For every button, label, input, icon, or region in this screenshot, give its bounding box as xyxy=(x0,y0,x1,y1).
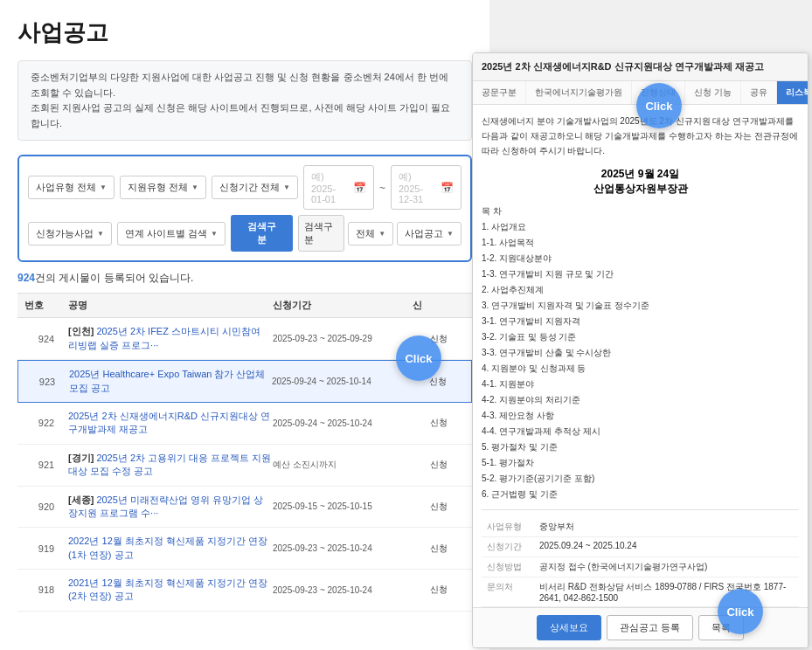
chevron-down-icon: ▼ xyxy=(97,230,104,238)
row-num: 920 xyxy=(24,501,68,512)
info-value: 중앙부처 xyxy=(534,517,799,537)
info-row: 사업유형 중앙부처 xyxy=(482,517,799,537)
detail-tab[interactable]: 리스북스신청 xyxy=(777,81,809,104)
detail-body: 신재생에너지 분야 기술개발사업의 2025년도 2차 신규지원 대상 연구개발… xyxy=(473,105,808,607)
table-row[interactable]: 919 2022년 12월 최초지정 혁신제품 지정기간 연장(1차 연장) 공… xyxy=(17,528,472,570)
table-row[interactable]: 921 [경기] 2025년 2차 고용위기 대응 프로젝트 지원 대상 모집 … xyxy=(17,445,472,487)
detail-toc: 목 차1. 사업개요1-1. 사업목적1-2. 지원대상분야1-3. 연구개발비… xyxy=(482,204,799,502)
date-separator: ~ xyxy=(379,182,385,194)
info-value: 2025.09.24 ~ 2025.10.24 xyxy=(534,537,799,557)
row-period: 2025-09-24 ~ 2025-10-14 xyxy=(272,377,412,386)
support-type-select[interactable]: 지원유형 전체 ▼ xyxy=(120,176,206,199)
date-start-input[interactable]: 예) 2025-01-01 📅 xyxy=(303,165,374,210)
filter-row-1: 사업유형 전체 ▼ 지원유형 전체 ▼ 신청기간 전체 ▼ 예) 2025-01… xyxy=(28,165,462,210)
row-period: 2025-09-23 ~ 2025-09-29 xyxy=(273,334,413,343)
toc-item: 4-2. 지원분야의 처리기준 xyxy=(482,392,799,408)
toc-item: 4. 지원분야 및 신청과제 등 xyxy=(482,361,799,377)
business-type-select[interactable]: 사업유형 전체 ▼ xyxy=(28,176,115,199)
click-button-3[interactable]: Click xyxy=(718,589,763,634)
click-button-1[interactable]: Click xyxy=(636,83,682,128)
row-title: 2025년 Healthcare+ Expo Taiwan 참가 산업체 모집 … xyxy=(69,368,272,395)
main-panel: 사업공고 중소벤처기업부의 다양한 지원사업에 대한 사업공고 진행 및 신청 … xyxy=(0,0,489,650)
calendar-icon: 📅 xyxy=(441,182,454,194)
filter-section: 사업유형 전체 ▼ 지원유형 전체 ▼ 신청기간 전체 ▼ 예) 2025-01… xyxy=(17,155,472,262)
row-num: 924 xyxy=(24,334,68,344)
date-placeholder-end: 예) 2025-12-31 xyxy=(399,170,437,204)
toc-item: 1-2. 지원대상분야 xyxy=(482,251,799,266)
row-status: 신청 xyxy=(413,417,465,429)
row-period: 2025-09-24 ~ 2025-10-24 xyxy=(273,418,413,428)
info-line2: 조회된 지원사업 공고의 실제 신청은 해당 사이트에서 진행되므로, 사전에 … xyxy=(31,100,459,131)
info-label: 신청기간 xyxy=(482,537,534,557)
table-header: 번호 공명 신청기간 신 xyxy=(17,293,472,318)
chevron-down-icon: ▼ xyxy=(378,230,385,238)
row-status: 신청 xyxy=(413,584,465,596)
toc-item: 4-4. 연구개발과제 추적상 제시 xyxy=(482,424,799,439)
search-option-group: 검색구분 전체 ▼ 사업공고 ▼ xyxy=(298,215,462,252)
detail-tab[interactable]: 공문구분 xyxy=(473,81,526,104)
detail-tab[interactable]: 신청 기능 xyxy=(685,81,741,104)
row-title: 2022년 12월 최초지정 혁신제품 지정기간 연장(1차 연장) 공고 xyxy=(68,535,273,562)
table-row[interactable]: 920 [세종] 2025년 미래전략산업 영위 유망기업 상장지원 프로그램 … xyxy=(17,487,472,529)
toc-item: 1. 사업개요 xyxy=(482,219,799,235)
detail-panel: 2025년 2차 신재생에너지R&D 신규지원대상 연구개발과제 재공고 공문구… xyxy=(472,52,809,648)
row-num: 923 xyxy=(25,377,69,387)
toc-item: 3-2. 기술표 및 등성 기준 xyxy=(482,329,799,345)
detail-divider xyxy=(482,509,799,510)
row-period: 2025-09-15 ~ 2025-10-15 xyxy=(273,501,413,511)
toc-item: 2. 사업추진체계 xyxy=(482,282,799,298)
chevron-down-icon: ▼ xyxy=(191,183,198,191)
date-end-input[interactable]: 예) 2025-12-31 📅 xyxy=(391,165,462,210)
row-status: 신청 xyxy=(413,459,465,471)
detail-tab[interactable]: 공유 xyxy=(741,81,777,104)
info-row: 신청방법 공지정 접수 (한국에너지기술평가연구사업) xyxy=(482,557,799,577)
footer-btn-1[interactable]: 관심공고 등록 xyxy=(607,615,693,640)
toc-item: 5-1. 평가절차 xyxy=(482,455,799,471)
search-option-select[interactable]: 전체 ▼ xyxy=(348,222,393,245)
site-select[interactable]: 연계 사이트별 검색 ▼ xyxy=(117,222,226,245)
click-button-2[interactable]: Click xyxy=(396,335,441,381)
col-title: 공명 xyxy=(68,299,273,312)
row-title: [세종] 2025년 미래전략산업 영위 유망기업 상장지원 프로그램 수··· xyxy=(68,494,273,521)
row-status: 신청 xyxy=(413,501,465,513)
col-status: 신 xyxy=(413,299,465,312)
toc-item: 5-2. 평가기준(공기기준 포함) xyxy=(482,471,799,487)
row-num: 922 xyxy=(24,418,68,428)
info-row: 신청기간 2025.09.24 ~ 2025.10.24 xyxy=(482,537,799,557)
announcement-select[interactable]: 사업공고 ▼ xyxy=(397,222,462,245)
row-period: 예산 소진시까지 xyxy=(273,459,413,471)
chevron-down-icon: ▼ xyxy=(100,183,107,191)
table-row[interactable]: 918 2021년 12월 최초지정 혁신제품 지정기간 연장(2차 연장) 공… xyxy=(17,570,472,612)
calendar-icon: 📅 xyxy=(353,182,366,194)
toc-item: 목 차 xyxy=(482,204,799,219)
row-title: 2021년 12월 최초지정 혁신제품 지정기간 연장(2차 연장) 공고 xyxy=(68,577,273,604)
detail-tab[interactable]: 한국에너지기술평가원 xyxy=(526,81,632,104)
row-title: 2025년 2차 신재생에너지R&D 신규지원대상 연구개발과제 재공고 xyxy=(68,410,273,437)
period-select[interactable]: 신청기간 전체 ▼ xyxy=(212,176,298,199)
table-row[interactable]: 922 2025년 2차 신재생에너지R&D 신규지원대상 연구개발과제 재공고… xyxy=(17,403,472,445)
info-label: 신청방법 xyxy=(482,557,534,577)
date-placeholder-start: 예) 2025-01-01 xyxy=(311,170,350,204)
search-button[interactable]: 검색구분 xyxy=(231,215,293,252)
toc-item: 3-1. 연구개발비 지원자격 xyxy=(482,314,799,329)
row-period: 2025-09-23 ~ 2025-10-24 xyxy=(273,585,413,595)
col-num: 번호 xyxy=(24,299,68,312)
search-div-label: 검색구분 xyxy=(298,215,344,252)
chevron-down-icon: ▼ xyxy=(447,230,454,238)
footer-btn-0[interactable]: 상세보요 xyxy=(537,615,601,640)
row-num: 919 xyxy=(24,543,68,554)
info-label: 문의처 xyxy=(482,577,534,607)
detail-date-heading: 2025년 9월 24일 산업통상자원부장관 xyxy=(482,167,799,197)
ability-select[interactable]: 신청가능사업 ▼ xyxy=(28,222,112,245)
chevron-down-icon: ▼ xyxy=(211,230,218,238)
row-num: 921 xyxy=(24,460,68,470)
info-label: 사업유형 xyxy=(482,517,534,537)
toc-item: 1-3. 연구개발비 지원 규모 및 기간 xyxy=(482,266,799,282)
page-title: 사업공고 xyxy=(17,17,472,48)
detail-intro: 신재생에너지 분야 기술개발사업의 2025년도 2차 신규지원 대상 연구개발… xyxy=(482,114,799,158)
row-num: 918 xyxy=(24,584,68,595)
row-status: 신청 xyxy=(413,543,465,555)
toc-item: 3. 연구개발비 지원자격 및 기술표 정수기준 xyxy=(482,298,799,314)
detail-header-title: 2025년 2차 신재생에너지R&D 신규지원대상 연구개발과제 재공고 xyxy=(473,53,808,81)
info-value: 공지정 접수 (한국에너지기술평가연구사업) xyxy=(534,557,799,577)
